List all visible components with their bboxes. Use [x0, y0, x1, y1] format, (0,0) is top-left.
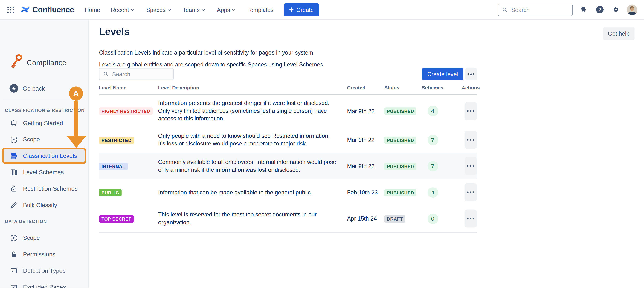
annotation-marker-a: A	[69, 86, 83, 101]
row-actions-button[interactable]	[464, 102, 477, 120]
level-created: Mar 9th 22	[347, 108, 384, 114]
nav-recent[interactable]: Recent	[111, 6, 136, 13]
level-created: Apr 15th 24	[347, 215, 384, 222]
primary-nav: Home Recent Spaces Teams Apps Templates	[85, 6, 273, 13]
nav-spaces[interactable]: Spaces	[146, 6, 172, 13]
sidebar-item-permissions[interactable]: Permissions	[0, 246, 88, 262]
nav-templates[interactable]: Templates	[247, 6, 274, 13]
level-name-badge: RESTRICTED	[99, 136, 134, 144]
row-actions-button[interactable]	[464, 157, 477, 175]
level-name-badge: PUBLIC	[99, 189, 122, 196]
plus-icon	[288, 6, 294, 13]
go-back-button[interactable]: Go back	[9, 84, 45, 93]
status-badge: PUBLISHED	[384, 162, 417, 170]
table-row-public: PUBLIC Information that can be made avai…	[99, 179, 477, 205]
sidebar-item-restriction-schemes[interactable]: Restriction Schemes	[0, 180, 88, 197]
level-description: This level is reserved for the most top …	[158, 211, 347, 226]
chevron-down-icon	[231, 7, 237, 12]
level-created: Mar 9th 22	[347, 137, 384, 143]
levels-search[interactable]	[99, 68, 174, 80]
search-icon	[103, 71, 109, 77]
sidebar-item-scope-detection[interactable]: Scope	[0, 230, 88, 246]
back-arrow-icon	[9, 84, 18, 93]
sidebar-item-level-schemes[interactable]: Level Schemes	[0, 164, 88, 180]
checkbox-icon	[10, 283, 18, 288]
notifications-bell-icon[interactable]	[579, 5, 588, 14]
pencil-icon	[10, 201, 18, 209]
settings-gear-icon[interactable]	[611, 5, 620, 14]
app-switcher-icon[interactable]	[6, 5, 15, 14]
confluence-logo[interactable]: Confluence	[20, 5, 74, 14]
level-description: Only people with a need to know should s…	[158, 132, 347, 147]
level-name-badge: INTERNAL	[99, 162, 128, 170]
levels-table: Level Name Level Description Created Sta…	[99, 84, 477, 233]
table-row-internal: INTERNAL Commonly available to all emplo…	[99, 153, 477, 179]
status-badge: PUBLISHED	[384, 136, 417, 144]
table-more-options-button[interactable]	[465, 68, 477, 80]
schemes-count: 7	[427, 161, 438, 171]
global-search-input[interactable]	[510, 6, 569, 13]
schemes-count: 4	[427, 187, 438, 197]
sidebar-item-excluded-pages[interactable]: Excluded Pages	[0, 279, 88, 288]
row-actions-button[interactable]	[464, 183, 477, 201]
chevron-down-icon	[130, 7, 136, 12]
levels-search-input[interactable]	[111, 70, 170, 78]
nav-teams[interactable]: Teams	[183, 6, 206, 13]
product-name: Confluence	[32, 5, 74, 14]
chevron-down-icon	[166, 7, 172, 12]
level-created: Mar 9th 22	[347, 163, 384, 169]
schemes-count: 0	[427, 213, 438, 224]
compliance-sidebar: Compliance Go back CLASSIFICATION & REST…	[0, 20, 89, 288]
row-actions-button[interactable]	[464, 210, 477, 228]
row-actions-button[interactable]	[464, 131, 477, 149]
application-window: Confluence Home Recent Spaces Teams Apps…	[0, 0, 644, 288]
scope-icon	[10, 136, 18, 143]
level-created: Feb 10th 23	[347, 189, 384, 196]
column-header-schemes: Schemes	[422, 85, 462, 90]
column-header-actions: Actions	[462, 85, 477, 90]
page-title: Levels	[99, 26, 130, 37]
lock-outline-icon	[10, 185, 18, 193]
table-header-row: Level Name Level Description Created Sta…	[99, 84, 477, 92]
level-name-badge: HIGHLY RESTRICTED	[99, 107, 153, 115]
level-description: Information presents the greatest danger…	[158, 99, 347, 123]
table-toolbar: Create level	[99, 68, 477, 80]
create-level-button[interactable]: Create level	[422, 68, 463, 80]
intro-line-1: Classification Levels indicate a particu…	[99, 49, 315, 56]
main-content: Get help Levels Classification Levels in…	[89, 20, 644, 288]
topbar-right-cluster: ?	[498, 3, 638, 16]
sidebar-item-detection-types[interactable]: Detection Types	[0, 262, 88, 279]
scope-icon	[10, 234, 18, 242]
level-name-badge: TOP SECRET	[99, 215, 134, 222]
column-header-created: Created	[347, 85, 384, 90]
svg-text:?: ?	[598, 7, 601, 12]
table-bottom-divider	[99, 232, 477, 232]
nav-apps[interactable]: Apps	[217, 6, 236, 13]
chevron-down-icon	[200, 7, 206, 12]
annotation-arrow-head	[67, 136, 86, 148]
stack-icon	[10, 152, 18, 160]
status-badge: PUBLISHED	[384, 189, 417, 196]
user-avatar[interactable]	[627, 4, 638, 15]
schemes-count: 7	[427, 135, 438, 145]
key-icon	[9, 53, 24, 72]
sidebar-item-classification-levels[interactable]: Classification Levels	[2, 147, 86, 164]
sidebar-item-bulk-classify[interactable]: Bulk Classify	[0, 197, 88, 213]
global-search[interactable]	[498, 3, 573, 16]
annotation-arrow-stem	[74, 100, 78, 137]
intro-line-2: Levels are global entities and are scope…	[99, 61, 324, 68]
get-help-button[interactable]: Get help	[603, 27, 635, 40]
create-button[interactable]: Create	[284, 3, 319, 16]
top-navigation-bar: Confluence Home Recent Spaces Teams Apps…	[0, 0, 644, 20]
status-badge: PUBLISHED	[384, 107, 417, 115]
help-icon[interactable]: ?	[595, 5, 605, 14]
search-icon	[502, 6, 508, 13]
schemes-count: 4	[427, 106, 438, 116]
column-header-level-name: Level Name	[99, 85, 158, 90]
nav-home[interactable]: Home	[85, 6, 100, 13]
columns-icon	[10, 168, 18, 176]
table-row-top-secret: TOP SECRET This level is reserved for th…	[99, 205, 477, 232]
lock-filled-icon	[10, 250, 18, 258]
status-badge: DRAFT	[384, 215, 405, 222]
compliance-app-logo: Compliance	[9, 53, 66, 72]
